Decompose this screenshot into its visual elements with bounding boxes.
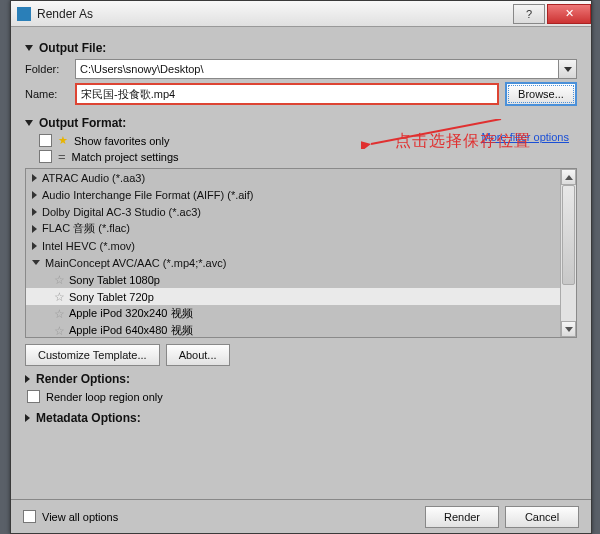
folder-dropdown-button[interactable] [559,59,577,79]
more-filter-options-link[interactable]: More filter options [482,131,569,143]
format-item-atrac[interactable]: ATRAC Audio (*.aa3) [26,169,560,186]
help-button[interactable]: ? [513,4,545,24]
expand-icon [25,45,33,51]
expand-icon [25,120,33,126]
preset-sony-1080p[interactable]: ☆Sony Tablet 1080p [26,271,560,288]
scroll-up-button[interactable] [561,169,576,185]
customize-template-button[interactable]: Customize Template... [25,344,160,366]
footer: View all options Render Cancel [11,499,591,533]
section-output-file[interactable]: Output File: [25,41,577,55]
name-input[interactable] [75,83,499,105]
render-as-dialog: Render As ? ✕ Output File: Folder: C:\Us… [10,0,592,534]
close-button[interactable]: ✕ [547,4,591,24]
show-favorites-checkbox[interactable] [39,134,52,147]
folder-label: Folder: [25,63,75,75]
section-output-format[interactable]: Output Format: [25,116,577,130]
view-all-options-checkbox[interactable] [23,510,36,523]
format-item-flac[interactable]: FLAC 音频 (*.flac) [26,220,560,237]
format-item-aiff[interactable]: Audio Interchange File Format (AIFF) (*.… [26,186,560,203]
chevron-right-icon [25,414,30,422]
render-button[interactable]: Render [425,506,499,528]
chevron-right-icon [32,174,37,182]
app-icon [17,7,31,21]
window-title: Render As [37,7,511,21]
star-outline-icon: ☆ [54,273,65,287]
render-loop-checkbox[interactable] [27,390,40,403]
star-outline-icon: ☆ [54,324,65,338]
cancel-button[interactable]: Cancel [505,506,579,528]
format-item-hevc[interactable]: Intel HEVC (*.mov) [26,237,560,254]
browse-button[interactable]: Browse... [505,82,577,106]
chevron-right-icon [32,242,37,250]
scrollbar[interactable] [560,169,576,337]
view-all-options-label: View all options [42,511,118,523]
preset-ipod-320[interactable]: ☆Apple iPod 320x240 视频 [26,305,560,322]
folder-combo[interactable]: C:\Users\snowy\Desktop\ [75,59,559,79]
scroll-down-button[interactable] [561,321,576,337]
preset-ipod-640[interactable]: ☆Apple iPod 640x480 视频 [26,322,560,337]
match-project-checkbox[interactable] [39,150,52,163]
format-item-ac3[interactable]: Dolby Digital AC-3 Studio (*.ac3) [26,203,560,220]
name-label: Name: [25,88,75,100]
chevron-right-icon [32,225,37,233]
match-project-row[interactable]: = Match project settings [39,149,577,164]
chevron-down-icon [32,260,40,265]
titlebar[interactable]: Render As ? ✕ [11,1,591,27]
section-metadata-options[interactable]: Metadata Options: [25,411,577,425]
star-outline-icon: ☆ [54,290,65,304]
about-button[interactable]: About... [166,344,230,366]
star-icon: ★ [58,134,68,147]
chevron-right-icon [32,208,37,216]
render-loop-row[interactable]: Render loop region only [27,390,577,403]
section-render-options[interactable]: Render Options: [25,372,577,386]
star-outline-icon: ☆ [54,307,65,321]
format-list: ATRAC Audio (*.aa3) Audio Interchange Fi… [25,168,577,338]
equals-icon: = [58,149,66,164]
preset-sony-720p[interactable]: ☆Sony Tablet 720p [26,288,560,305]
format-item-mainconcept[interactable]: MainConcept AVC/AAC (*.mp4;*.avc) [26,254,560,271]
scroll-thumb[interactable] [562,185,575,285]
chevron-right-icon [32,191,37,199]
chevron-right-icon [25,375,30,383]
